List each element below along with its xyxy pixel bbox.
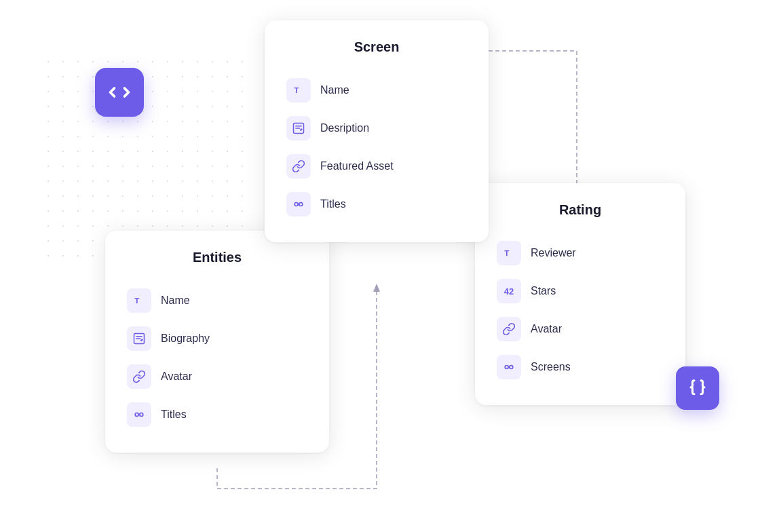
rating-reviewer-label: Reviewer	[531, 247, 576, 259]
screen-field-name: T Name	[286, 71, 467, 109]
rating-card: Rating T Reviewer 42 Stars Avatar Screen…	[475, 183, 685, 405]
screen-titles-label: Titles	[320, 198, 346, 210]
screen-name-label: Name	[320, 84, 349, 96]
svg-text:T: T	[294, 86, 299, 94]
scene: Screen T Name Desription Featured Asset …	[0, 0, 760, 532]
entities-field-titles: Titles	[127, 396, 307, 434]
chain-type-icon-e4	[127, 402, 151, 427]
svg-text:T: T	[134, 296, 139, 305]
entities-field-name: T Name	[127, 282, 307, 320]
entities-card-title: Entities	[127, 250, 307, 265]
text-type-icon: T	[286, 78, 311, 102]
edit-type-icon	[286, 116, 311, 140]
rating-stars-label: Stars	[531, 285, 556, 297]
screen-field-titles: Titles	[286, 185, 467, 223]
text-type-icon-e1: T	[127, 288, 151, 313]
rating-screens-label: Screens	[531, 361, 571, 373]
screen-featured-asset-label: Featured Asset	[320, 160, 394, 172]
edit-type-icon-e2	[127, 326, 151, 351]
entities-field-avatar: Avatar	[127, 358, 307, 396]
screen-card-title: Screen	[286, 39, 467, 55]
text-type-icon-r1: T	[497, 241, 521, 265]
curly-brace-icon	[687, 378, 708, 398]
svg-point-7	[299, 203, 303, 206]
link-type-icon-e3	[127, 364, 151, 389]
rating-card-title: Rating	[497, 202, 664, 218]
rating-field-reviewer: T Reviewer	[497, 234, 664, 272]
svg-text:T: T	[504, 248, 509, 257]
rating-field-stars: 42 Stars	[497, 272, 664, 310]
curly-icon-box	[676, 366, 719, 410]
entities-card: Entities T Name Biography Avatar Titles	[105, 231, 329, 453]
link-type-icon-r3	[497, 317, 521, 341]
entities-titles-label: Titles	[161, 408, 187, 421]
entities-field-biography: Biography	[127, 320, 307, 358]
code-icon-box	[95, 68, 144, 117]
entities-name-label: Name	[161, 294, 190, 307]
rating-field-avatar: Avatar	[497, 310, 664, 348]
chain-type-icon-r4	[497, 355, 521, 379]
screen-description-label: Desription	[320, 122, 369, 134]
svg-point-6	[294, 203, 298, 206]
entities-avatar-label: Avatar	[161, 370, 192, 383]
code-icon	[107, 80, 132, 104]
entities-biography-label: Biography	[161, 332, 210, 345]
screen-card: Screen T Name Desription Featured Asset …	[265, 20, 489, 242]
number-type-icon-r2: 42	[497, 279, 521, 303]
rating-avatar-label: Avatar	[531, 323, 562, 335]
svg-marker-1	[373, 284, 380, 292]
screen-field-description: Desription	[286, 109, 467, 147]
link-type-icon	[286, 154, 311, 178]
rating-field-screens: Screens	[497, 348, 664, 386]
screen-field-featured-asset: Featured Asset	[286, 147, 467, 185]
chain-type-icon	[286, 192, 311, 216]
